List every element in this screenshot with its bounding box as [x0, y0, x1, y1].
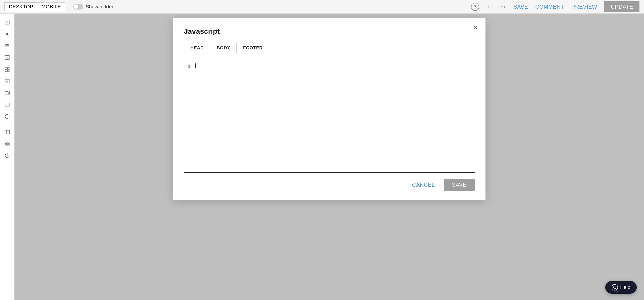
view-toggle-group: DESKTOP MOBILE: [4, 2, 65, 11]
modal-tabs: HEAD BODY FOOTER: [184, 43, 269, 53]
help-label: Help: [620, 284, 630, 290]
show-hidden-label: Show hidden: [86, 4, 114, 10]
save-button[interactable]: SAVE: [514, 4, 528, 10]
sidebar-item-text[interactable]: A: [2, 29, 12, 39]
sidebar-bottom-text: . .: [5, 292, 9, 296]
svg-rect-13: [5, 70, 7, 71]
sidebar-item-layout[interactable]: [2, 53, 12, 63]
tab-body[interactable]: BODY: [210, 43, 237, 53]
desktop-view-button[interactable]: DESKTOP: [4, 2, 37, 11]
tab-head[interactable]: HEAD: [184, 43, 210, 53]
svg-point-16: [6, 80, 7, 81]
modal-overlay: Javascript × HEAD BODY FOOTER 1: [14, 14, 644, 300]
svg-rect-12: [8, 67, 9, 69]
svg-rect-27: [8, 144, 9, 146]
svg-marker-18: [8, 92, 10, 94]
text-cursor: [195, 64, 196, 68]
modal-footer: CANCEL SAVE: [184, 179, 474, 191]
sidebar-item-box[interactable]: [2, 100, 12, 110]
sidebar-item-grid[interactable]: [2, 139, 12, 149]
toggle-knob: [74, 5, 78, 9]
svg-rect-21: [5, 130, 10, 134]
help-circle-icon: ?: [612, 284, 618, 290]
update-button[interactable]: UPDATE: [604, 1, 640, 12]
modal-close-button[interactable]: ×: [474, 25, 477, 31]
line-numbers: 1: [184, 59, 195, 172]
save-modal-button[interactable]: SAVE: [444, 179, 474, 191]
sidebar-item-circle[interactable]: [2, 112, 12, 121]
sidebar-item-widget[interactable]: [2, 64, 12, 74]
svg-text:?: ?: [614, 286, 615, 289]
preview-button[interactable]: PREVIEW: [571, 4, 597, 10]
svg-rect-24: [5, 142, 7, 143]
cancel-button[interactable]: CANCEL: [408, 179, 438, 190]
sidebar-item-history[interactable]: [2, 151, 12, 161]
sidebar-item-columns[interactable]: [2, 127, 12, 137]
show-hidden-toggle-group: Show hidden: [73, 4, 114, 10]
sidebar-item-paragraph[interactable]: [2, 41, 12, 51]
svg-text:A: A: [6, 32, 9, 37]
svg-rect-26: [5, 144, 7, 146]
sidebar-item-add-section[interactable]: [2, 17, 12, 27]
toolbar: DESKTOP MOBILE Show hidden ? ↩ ↪ SAVE CO…: [0, 0, 644, 14]
svg-point-20: [5, 114, 9, 119]
tab-footer[interactable]: FOOTER: [237, 43, 269, 53]
mobile-view-button[interactable]: MOBILE: [37, 2, 65, 11]
code-content[interactable]: [195, 59, 474, 172]
show-hidden-toggle[interactable]: [73, 4, 83, 10]
svg-rect-19: [5, 103, 9, 106]
sidebar-item-image[interactable]: [2, 76, 12, 86]
svg-rect-11: [5, 67, 7, 69]
modal-title: Javascript: [184, 27, 474, 36]
toolbar-actions: ? ↩ ↪ SAVE COMMENT PREVIEW UPDATE: [471, 1, 640, 12]
undo-button[interactable]: ↩: [486, 3, 493, 11]
javascript-modal: Javascript × HEAD BODY FOOTER 1: [173, 18, 486, 200]
svg-rect-17: [5, 92, 8, 94]
help-button[interactable]: ? Help: [605, 281, 637, 294]
svg-rect-25: [8, 142, 9, 143]
sidebar-divider: [3, 124, 11, 124]
comment-button[interactable]: COMMENT: [535, 4, 564, 10]
code-editor: 1: [184, 59, 474, 173]
line-number-1: 1: [188, 63, 191, 70]
svg-rect-14: [8, 70, 9, 71]
help-icon-button[interactable]: ?: [471, 3, 479, 11]
sidebar-item-video[interactable]: [2, 88, 12, 98]
sidebar: A: [0, 14, 14, 300]
redo-button[interactable]: ↪: [500, 3, 506, 11]
cursor-line: [195, 63, 474, 68]
canvas-area: Javascript × HEAD BODY FOOTER 1: [14, 14, 644, 300]
